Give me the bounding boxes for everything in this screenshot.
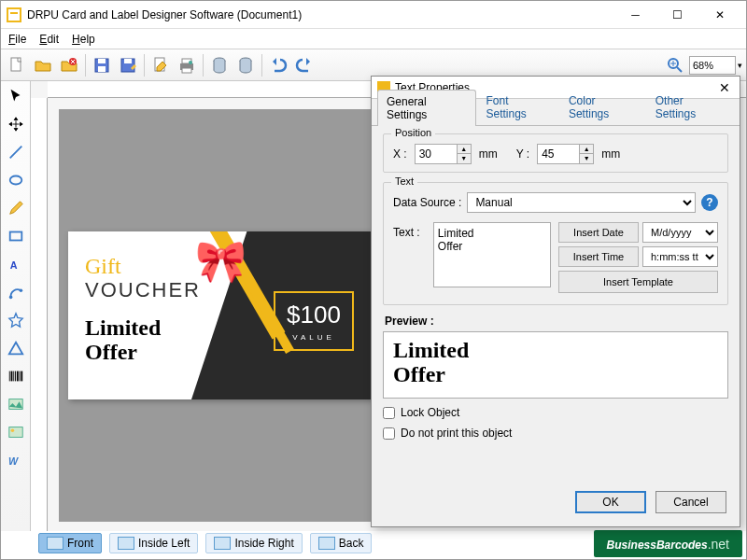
library-tool[interactable] xyxy=(5,421,27,443)
svg-rect-27 xyxy=(15,371,16,382)
svg-text:W: W xyxy=(7,455,18,467)
text-tool[interactable]: A xyxy=(5,253,27,275)
insert-date-button[interactable]: Insert Date xyxy=(558,222,639,243)
preview-box: Limited Offer xyxy=(383,331,728,399)
text-input[interactable]: Limited Offer xyxy=(433,222,551,287)
zoom-level-input[interactable] xyxy=(689,56,736,75)
star-tool[interactable] xyxy=(5,309,27,331)
svg-point-19 xyxy=(9,176,21,185)
edit-button[interactable] xyxy=(148,53,173,77)
tab-color-settings[interactable]: Color Settings xyxy=(559,89,646,125)
db-button-1[interactable] xyxy=(207,53,232,77)
time-format-select[interactable]: h:mm:ss tt xyxy=(642,246,718,267)
menu-file[interactable]: File xyxy=(8,33,26,46)
noprint-label: Do not print this object xyxy=(401,427,512,440)
card-limited-text[interactable]: Limited Offer xyxy=(85,315,161,365)
card-value-label: VALUE xyxy=(292,333,335,342)
date-format-select[interactable]: M/d/yyyy xyxy=(642,222,718,243)
card-gift-text: Gift xyxy=(85,254,121,279)
open-button[interactable] xyxy=(31,53,55,77)
undo-button[interactable] xyxy=(266,53,290,77)
svg-rect-3 xyxy=(11,58,21,71)
menu-edit[interactable]: Edit xyxy=(39,33,59,46)
cancel-button[interactable]: Cancel xyxy=(655,491,726,513)
pencil-tool[interactable] xyxy=(5,197,27,219)
bow-icon: 🎀 xyxy=(195,237,247,286)
arc-tool[interactable] xyxy=(5,281,27,303)
svg-rect-6 xyxy=(98,59,106,63)
insert-time-button[interactable]: Insert Time xyxy=(558,246,639,267)
svg-rect-25 xyxy=(10,371,12,382)
close-doc-button[interactable] xyxy=(57,53,81,77)
svg-rect-32 xyxy=(8,427,21,438)
svg-rect-1 xyxy=(8,9,20,21)
svg-point-14 xyxy=(189,61,192,64)
svg-point-22 xyxy=(8,296,12,300)
ellipse-tool[interactable] xyxy=(5,169,27,191)
tab-inside-left[interactable]: Inside Left xyxy=(109,533,198,553)
app-icon xyxy=(7,7,21,22)
close-button[interactable]: ✕ xyxy=(698,2,740,28)
svg-point-23 xyxy=(19,288,22,292)
zoom-dropdown-icon[interactable]: ▾ xyxy=(738,61,742,70)
barcode-tool[interactable] xyxy=(5,365,27,387)
text-group-label: Text xyxy=(391,175,417,187)
position-group-label: Position xyxy=(391,127,435,138)
ruler-vertical xyxy=(31,98,48,531)
menu-help[interactable]: Help xyxy=(72,33,95,46)
preview-label: Preview : xyxy=(385,315,728,328)
svg-rect-30 xyxy=(21,371,22,382)
x-label: X : xyxy=(393,147,407,161)
tab-front[interactable]: Front xyxy=(38,533,102,553)
text-label: Text : xyxy=(393,222,426,293)
watermark: BusinessBarcodes.net xyxy=(594,530,742,557)
card-price: $100 xyxy=(287,301,341,329)
svg-rect-9 xyxy=(124,59,132,63)
text-properties-dialog: Text Properties ✕ General Settings Font … xyxy=(371,76,740,527)
rect-tool[interactable] xyxy=(5,225,27,247)
datasource-label: Data Source : xyxy=(393,196,461,209)
maximize-button[interactable]: ☐ xyxy=(656,2,698,28)
minimize-button[interactable]: ─ xyxy=(614,2,656,28)
datasource-select[interactable]: Manual xyxy=(467,192,696,213)
noprint-checkbox[interactable] xyxy=(383,427,395,440)
tab-inside-right[interactable]: Inside Right xyxy=(205,533,302,553)
pointer-tool[interactable] xyxy=(5,85,27,107)
save-button[interactable] xyxy=(90,53,114,77)
svg-rect-24 xyxy=(8,371,9,382)
triangle-tool[interactable] xyxy=(5,337,27,359)
print-button[interactable] xyxy=(175,53,199,77)
svg-rect-29 xyxy=(19,371,20,382)
window-title: DRPU Card and Label Designer Software (D… xyxy=(27,8,614,21)
svg-rect-20 xyxy=(9,232,21,241)
y-label: Y : xyxy=(516,147,529,161)
y-unit: mm xyxy=(601,147,620,161)
wordart-tool[interactable]: W xyxy=(5,449,27,471)
x-spinner[interactable]: ▲▼ xyxy=(415,144,472,164)
db-button-2[interactable] xyxy=(233,53,258,77)
tab-other-settings[interactable]: Other Settings xyxy=(646,89,734,125)
tab-back[interactable]: Back xyxy=(310,533,373,553)
zoom-in-icon[interactable] xyxy=(663,53,687,77)
move-tool[interactable] xyxy=(5,113,27,135)
svg-point-33 xyxy=(10,428,14,432)
svg-line-18 xyxy=(9,147,21,159)
card-canvas[interactable]: 🎀 Gift VOUCHER Limited Offer $100 VALUE xyxy=(68,231,376,399)
lock-object-label: Lock Object xyxy=(401,406,459,419)
card-voucher-text: VOUCHER xyxy=(85,278,201,302)
new-button[interactable] xyxy=(5,53,29,77)
insert-template-button[interactable]: Insert Template xyxy=(558,271,718,293)
tab-general-settings[interactable]: General Settings xyxy=(377,90,476,126)
image-tool[interactable] xyxy=(5,393,27,415)
save-as-button[interactable] xyxy=(116,53,140,77)
y-spinner[interactable]: ▲▼ xyxy=(537,144,594,164)
svg-text:A: A xyxy=(9,259,17,271)
redo-button[interactable] xyxy=(292,53,317,77)
tab-font-settings[interactable]: Font Settings xyxy=(476,89,558,125)
svg-rect-26 xyxy=(13,371,14,382)
svg-rect-28 xyxy=(16,371,18,382)
ok-button[interactable]: OK xyxy=(575,491,646,513)
lock-object-checkbox[interactable] xyxy=(383,407,395,419)
line-tool[interactable] xyxy=(5,141,27,163)
help-icon[interactable]: ? xyxy=(701,194,718,211)
